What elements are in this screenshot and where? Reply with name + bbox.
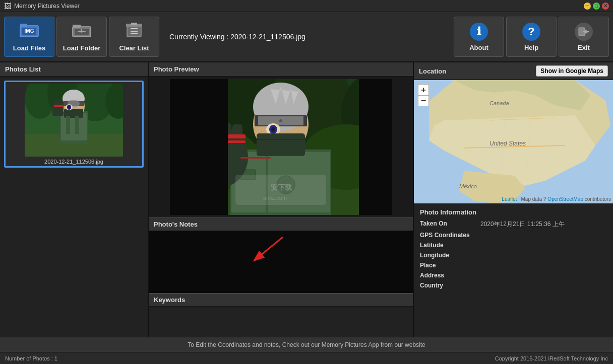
svg-rect-37 [75,116,79,134]
svg-rect-64 [257,133,305,156]
svg-rect-11 [131,23,137,25]
svg-point-60 [279,119,282,122]
gps-row: GPS Coordinates [420,232,607,239]
load-files-icon: IMG [19,22,39,41]
about-button[interactable]: ℹ About [454,17,504,57]
photo-info-section: Photo Information Taken On 2020年12月21日 1… [414,203,613,337]
longitude-row: Longitude [420,252,607,259]
gps-label: GPS Coordinates [420,232,480,239]
exit-button[interactable]: Exit [559,17,609,57]
photo-info-title: Photo Information [420,208,607,216]
about-label: About [469,44,488,51]
close-button[interactable]: ✕ [602,3,609,10]
map-background: United States México Canada [414,80,613,203]
app-icon: 🖼 [4,2,11,10]
latitude-row: Latitude [420,242,607,249]
title-bar: 🖼 Memory Pictures Viewer ─ □ ✕ [0,0,613,12]
show-in-google-maps-button[interactable]: Show in Google Maps [536,65,608,77]
help-label: Help [524,44,538,51]
svg-rect-1 [20,24,27,27]
photo-preview-header: Photo Preview [149,62,413,77]
load-folder-icon [72,22,92,41]
currently-viewing-file: 2020-12-21_112506.jpg [230,33,305,41]
currently-viewing-prefix: Currently Viewing : [169,33,230,41]
title-bar-left: 🖼 Memory Pictures Viewer [4,2,80,10]
svg-rect-78 [170,79,228,215]
map-zoom-in-button[interactable]: + [418,84,429,95]
country-label: Country [420,282,480,289]
address-row: Address [420,272,607,279]
svg-point-32 [67,105,71,110]
taken-on-label: Taken On [420,220,480,229]
photo-preview-area: 安下载 anxz.com [149,77,413,217]
svg-rect-35 [54,105,63,107]
svg-rect-77 [240,157,271,159]
right-panel: Location Show in Google Maps [414,62,613,337]
bottom-bar: To Edit the Coordinates and notes, Check… [0,337,613,352]
keywords-area[interactable] [149,307,413,337]
place-row: Place [420,262,607,269]
photos-notes-header: Photo's Notes [149,217,413,231]
copyright: Copyright 2016-2021 iRedSoft Technology … [495,355,608,361]
svg-text:安下载: 安下载 [270,183,292,191]
minimize-button[interactable]: ─ [584,3,591,10]
address-label: Address [420,272,480,279]
map-attribution: Leaflet | Map data ? OpenStreetMap contr… [502,196,611,202]
title-bar-controls: ─ □ ✕ [584,3,609,10]
map-zoom-out-button[interactable]: − [418,95,429,106]
location-header-row: Location Show in Google Maps [414,62,613,80]
photos-count: Number of Photos : 1 [5,355,57,361]
svg-text:IMG: IMG [25,28,34,34]
currently-viewing: Currently Viewing : 2020-12-21_112506.jp… [161,33,452,41]
svg-rect-8 [81,29,82,33]
exit-label: Exit [578,44,590,51]
svg-rect-36 [66,116,70,134]
clear-list-label: Clear List [119,44,149,52]
latitude-label: Latitude [420,242,480,249]
taken-on-value: 2020年12月21日 11:25:36 上午 [480,220,565,229]
place-label: Place [420,262,480,269]
leaflet-link: Leaflet [502,196,517,202]
clear-list-icon [124,22,144,41]
load-folder-button[interactable]: Load Folder [56,17,107,57]
svg-line-81 [255,237,283,260]
maximize-button[interactable]: □ [593,3,600,10]
center-panel: Photo Preview [149,62,414,337]
keywords-header: Keywords [149,293,413,307]
svg-rect-71 [232,124,242,141]
bottom-bar-message: To Edit the Coordinates and notes, Check… [188,341,425,348]
help-icon: ? [522,23,540,41]
country-row: Country [420,282,607,289]
photo-thumb-label: 2020-12-21_112506.jpg [44,159,103,165]
svg-point-63 [271,127,275,132]
map-area: United States México Canada + − Leaflet … [414,80,613,203]
svg-text:anxz.com: anxz.com [263,195,287,201]
photos-list-header: Photos List [0,62,148,77]
svg-rect-79 [359,79,392,215]
svg-text:México: México [459,183,477,189]
exit-icon [575,23,593,41]
svg-text:United States: United States [489,140,526,147]
svg-text:Canada: Canada [489,100,509,106]
about-icon: ℹ [470,23,488,41]
load-files-button[interactable]: IMG Load Files [4,17,54,57]
photos-list-panel: Photos List [0,62,149,337]
photo-thumbnail-image [25,84,123,157]
load-folder-label: Load Folder [63,44,100,52]
openstreetmap-link: OpenStreetMap [547,196,583,202]
toolbar: IMG Load Files Load Folder [0,12,613,62]
app-title: Memory Pictures Viewer [14,3,80,10]
location-title: Location [419,67,446,75]
help-button[interactable]: ? Help [506,17,557,57]
photos-list-content[interactable]: 2020-12-21_112506.jpg [0,77,148,337]
taken-on-row: Taken On 2020年12月21日 11:25:36 上午 [420,220,607,229]
clear-list-button[interactable]: Clear List [109,17,159,57]
longitude-label: Longitude [420,252,480,259]
status-bar: Number of Photos : 1 Copyright 2016-2021… [0,352,613,364]
preview-image: 安下载 anxz.com [170,79,392,215]
main-content: Photos List [0,62,613,337]
photos-notes-area[interactable] [149,231,413,293]
svg-rect-5 [73,25,81,28]
load-files-label: Load Files [13,44,45,52]
photo-thumb-item[interactable]: 2020-12-21_112506.jpg [4,81,144,168]
